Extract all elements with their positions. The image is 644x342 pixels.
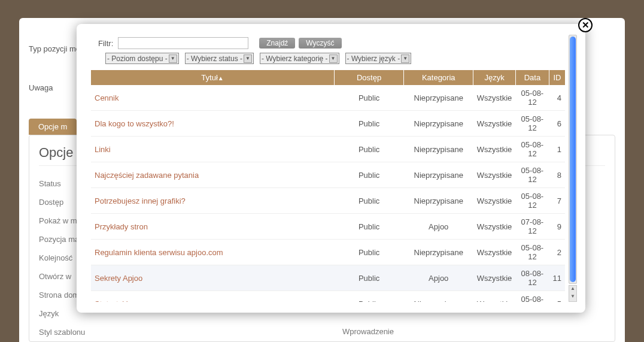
cell-category: Apjoo bbox=[404, 214, 473, 240]
article-link[interactable]: Przykłady stron bbox=[95, 222, 148, 231]
scroll-buttons[interactable]: ▲▼ bbox=[569, 285, 577, 302]
cell-language: Wszystkie bbox=[473, 240, 516, 265]
col-header-category[interactable]: Kategoria bbox=[404, 70, 473, 85]
col-header-date[interactable]: Data bbox=[515, 70, 549, 85]
cell-title: Sekrety Apjoo bbox=[91, 265, 335, 291]
articles-table: Tytuł▲ Dostęp Kategoria Język Data ID Ce… bbox=[91, 70, 565, 302]
cell-date: 05-08-12 bbox=[515, 240, 549, 265]
table-row: Przykłady stronPublicApjooWszystkie07-08… bbox=[91, 214, 565, 240]
cell-access: Public bbox=[335, 162, 404, 188]
cell-title: Potrzebujesz innej grafiki? bbox=[91, 188, 335, 214]
cell-language: Wszystkie bbox=[473, 291, 516, 302]
cell-access: Public bbox=[335, 265, 404, 291]
table-row: LinkiPublicNieprzypisaneWszystkie05-08-1… bbox=[91, 137, 565, 162]
cell-id: 4 bbox=[549, 85, 565, 111]
find-button[interactable]: Znajdź bbox=[259, 38, 295, 49]
cell-category: Nieprzypisane bbox=[404, 137, 473, 162]
col-header-title[interactable]: Tytuł▲ bbox=[91, 70, 335, 85]
article-link[interactable]: Sekrety Apjoo bbox=[95, 274, 142, 283]
cell-date: 05-08-12 bbox=[515, 85, 549, 111]
cell-title: Statystyki bbox=[91, 291, 335, 302]
article-picker-modal: ✕ ▲▼ Filtr: Znajdź Wyczyść - Poziom dost… bbox=[77, 24, 585, 313]
cell-id: 5 bbox=[549, 291, 565, 302]
chevron-down-icon: ▼ bbox=[244, 55, 252, 63]
cell-title: Najczęściej zadawane pytania bbox=[91, 162, 335, 188]
cell-category: Nieprzypisane bbox=[404, 240, 473, 265]
cell-category: Nieprzypisane bbox=[404, 111, 473, 137]
status-select[interactable]: - Wybierz status -▼ bbox=[185, 53, 254, 64]
table-row: Potrzebujesz innej grafiki?PublicNieprzy… bbox=[91, 188, 565, 214]
cell-title: Przykłady stron bbox=[91, 214, 335, 240]
close-icon[interactable]: ✕ bbox=[578, 18, 593, 32]
col-header-id[interactable]: ID bbox=[549, 70, 565, 85]
cell-access: Public bbox=[335, 137, 404, 162]
filter-bar: Filtr: Znajdź Wyczyść - Poziom dostępu -… bbox=[91, 35, 565, 68]
cell-date: 08-08-12 bbox=[515, 265, 549, 291]
cell-category: Nieprzypisane bbox=[404, 291, 473, 302]
article-link[interactable]: Statystyki bbox=[95, 299, 128, 302]
cell-id: 7 bbox=[549, 188, 565, 214]
col-header-access[interactable]: Dostęp bbox=[335, 70, 404, 85]
cell-date: 05-08-12 bbox=[515, 111, 549, 137]
cell-date: 07-08-12 bbox=[515, 214, 549, 240]
cell-language: Wszystkie bbox=[473, 214, 516, 240]
cell-access: Public bbox=[335, 240, 404, 265]
bg-right-label: Wprowadzenie bbox=[342, 327, 394, 336]
tab-options[interactable]: Opcje m bbox=[29, 119, 77, 135]
cell-category: Nieprzypisane bbox=[404, 85, 473, 111]
col-header-language[interactable]: Język bbox=[473, 70, 516, 85]
cell-id: 8 bbox=[549, 162, 565, 188]
table-row: Najczęściej zadawane pytaniaPublicNieprz… bbox=[91, 162, 565, 188]
cell-title: Linki bbox=[91, 137, 335, 162]
filter-input[interactable] bbox=[118, 37, 248, 49]
cell-id: 6 bbox=[549, 111, 565, 137]
cell-language: Wszystkie bbox=[473, 162, 516, 188]
table-row: CennikPublicNieprzypisaneWszystkie05-08-… bbox=[91, 85, 565, 111]
article-link[interactable]: Potrzebujesz innej grafiki? bbox=[95, 196, 186, 205]
cell-title: Regulamin klienta serwisu apjoo.com bbox=[91, 240, 335, 265]
cell-access: Public bbox=[335, 188, 404, 214]
cell-id: 1 bbox=[549, 137, 565, 162]
chevron-down-icon: ▼ bbox=[401, 55, 409, 63]
cell-access: Public bbox=[335, 111, 404, 137]
vertical-scrollbar[interactable] bbox=[569, 35, 577, 284]
cell-date: 05-08-12 bbox=[515, 188, 549, 214]
cell-category: Nieprzypisane bbox=[404, 188, 473, 214]
cell-category: Apjoo bbox=[404, 265, 473, 291]
cell-date: 05-08-12 bbox=[515, 137, 549, 162]
cell-title: Dla kogo to wszystko?! bbox=[91, 111, 335, 137]
option-label: Styl szablonu bbox=[39, 323, 605, 341]
cell-language: Wszystkie bbox=[473, 111, 516, 137]
table-row: Dla kogo to wszystko?!PublicNieprzypisan… bbox=[91, 111, 565, 137]
article-link[interactable]: Linki bbox=[95, 145, 111, 154]
cell-id: 11 bbox=[549, 265, 565, 291]
filter-label: Filtr: bbox=[98, 39, 113, 48]
article-link[interactable]: Cennik bbox=[95, 93, 119, 102]
cell-language: Wszystkie bbox=[473, 188, 516, 214]
cell-language: Wszystkie bbox=[473, 85, 516, 111]
cell-date: 05-08-12 bbox=[515, 162, 549, 188]
table-row: StatystykiPublicNieprzypisaneWszystkie05… bbox=[91, 291, 565, 302]
cell-access: Public bbox=[335, 214, 404, 240]
article-link[interactable]: Najczęściej zadawane pytania bbox=[95, 171, 199, 180]
chevron-down-icon: ▼ bbox=[329, 55, 338, 63]
cell-access: Public bbox=[335, 85, 404, 111]
cell-access: Public bbox=[335, 291, 404, 302]
cell-category: Nieprzypisane bbox=[404, 162, 473, 188]
access-level-select[interactable]: - Poziom dostępu -▼ bbox=[105, 53, 179, 64]
article-link[interactable]: Dla kogo to wszystko?! bbox=[95, 119, 174, 128]
cell-date: 05-08-12 bbox=[515, 291, 549, 302]
chevron-down-icon: ▼ bbox=[169, 55, 177, 63]
category-select[interactable]: - Wybierz kategorię -▼ bbox=[260, 53, 339, 64]
article-link[interactable]: Regulamin klienta serwisu apjoo.com bbox=[95, 248, 223, 257]
table-row: Sekrety ApjooPublicApjooWszystkie08-08-1… bbox=[91, 265, 565, 291]
cell-language: Wszystkie bbox=[473, 265, 516, 291]
cell-id: 9 bbox=[549, 214, 565, 240]
cell-language: Wszystkie bbox=[473, 137, 516, 162]
cell-id: 2 bbox=[549, 240, 565, 265]
language-select[interactable]: - Wybierz język -▼ bbox=[345, 53, 412, 64]
cell-title: Cennik bbox=[91, 85, 335, 111]
clear-button[interactable]: Wyczyść bbox=[299, 38, 341, 49]
sort-asc-icon: ▲ bbox=[218, 75, 224, 81]
table-row: Regulamin klienta serwisu apjoo.comPubli… bbox=[91, 240, 565, 265]
